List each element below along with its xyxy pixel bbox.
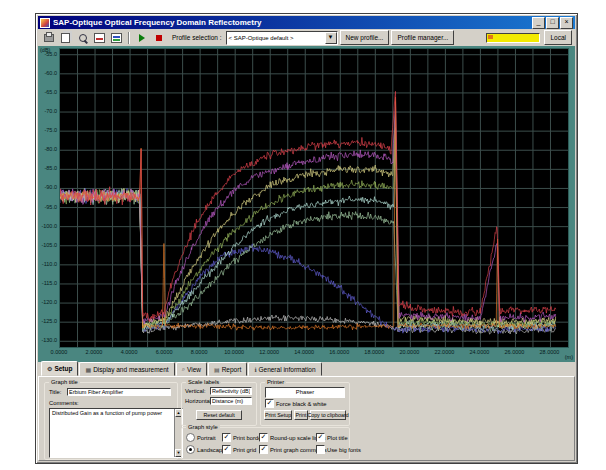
tab-label: Report	[222, 366, 242, 373]
table-icon: ▦	[85, 366, 91, 373]
start-acquisition-button[interactable]	[134, 31, 149, 45]
x-tick-label: 20.0000	[394, 349, 424, 355]
tab-display-and-measurement[interactable]: ▦Display and measurement	[79, 362, 174, 376]
checkbox-icon[interactable]	[259, 445, 268, 454]
tab-view[interactable]: ⌕View	[176, 362, 207, 376]
force-bw-checkbox-row[interactable]: Force black & white	[265, 399, 327, 408]
tab-setup[interactable]: ⚙Setup	[41, 361, 78, 376]
print-button[interactable]	[41, 31, 56, 45]
check-label: Print grid	[233, 447, 256, 453]
print-grid-checkbox-row[interactable]: Print grid	[222, 445, 256, 454]
x-axis-unit-label: (m)	[565, 354, 573, 360]
check-label: Use big fonts	[327, 447, 361, 453]
graph-title-input[interactable]	[67, 388, 171, 396]
checkbox-icon[interactable]	[222, 433, 231, 442]
x-tick-label: 18.0000	[359, 349, 389, 355]
x-tick-label: 4.0000	[114, 349, 144, 355]
zoom-button[interactable]	[75, 31, 90, 45]
checkbox-icon[interactable]	[316, 445, 325, 454]
checkbox-icon[interactable]	[265, 399, 274, 408]
profile-select[interactable]: < SAP-Optique default > ▼	[226, 31, 338, 45]
new-profile-button[interactable]: New profile...	[340, 30, 390, 45]
checkbox-icon[interactable]	[222, 445, 231, 454]
graph-style-group: Graph style Portrait Landscape Print bor…	[181, 427, 350, 460]
single-graph-button[interactable]	[92, 31, 107, 45]
app-icon	[40, 18, 50, 28]
reset-default-button[interactable]: Reset default	[196, 410, 242, 420]
chart-frame: (dB) -55.0-60.0-65.0-70.0-75.0-80.0-85.0…	[38, 46, 575, 362]
y-tick-label: -120.0	[38, 299, 57, 305]
title-bar[interactable]: SAP-Optique Optical Frequency Domain Ref…	[38, 16, 575, 29]
minimize-button[interactable]: _	[532, 17, 545, 29]
title-field-label: Title:	[49, 389, 61, 395]
radio-icon[interactable]	[186, 433, 195, 442]
y-tick-label: -105.0	[38, 242, 57, 248]
print-button[interactable]: Print	[294, 410, 308, 420]
multi-chart-icon	[111, 33, 122, 43]
play-icon	[139, 34, 145, 42]
copy-to-clipboard-button[interactable]: Copy to clipboard	[310, 410, 346, 420]
pump-level-1-trace	[60, 188, 556, 334]
chart-icon	[94, 33, 105, 43]
plot-area[interactable]	[59, 48, 569, 348]
tab-general-information[interactable]: ℹGeneral information	[248, 362, 321, 376]
maximize-button[interactable]: □	[546, 17, 559, 29]
toolbar: Profile selection : < SAP-Optique defaul…	[38, 29, 575, 47]
x-tick-label: 0.0000	[44, 349, 74, 355]
profile-manager-button[interactable]: Profile manager...	[391, 30, 454, 45]
checkbox-icon[interactable]	[316, 433, 325, 442]
tab-label: View	[187, 366, 201, 373]
x-tick-label: 6.0000	[149, 349, 179, 355]
y-tick-label: -115.0	[38, 280, 57, 286]
x-tick-label: 8.0000	[184, 349, 214, 355]
tab-label: Setup	[54, 365, 72, 372]
document-icon: ▤	[214, 366, 220, 373]
portrait-radio-row[interactable]: Portrait	[186, 433, 216, 442]
toolbar-separator	[128, 32, 130, 44]
y-tick-label: -55.0	[38, 51, 57, 57]
checkbox-icon[interactable]	[259, 433, 268, 442]
y-tick-label: -65.0	[38, 89, 57, 95]
close-button[interactable]: ×	[560, 17, 573, 29]
group-legend: Printer	[265, 379, 286, 386]
stop-icon	[156, 35, 162, 41]
y-tick-label: -80.0	[38, 146, 57, 152]
multi-graph-button[interactable]	[109, 31, 124, 45]
vertical-scale-input[interactable]	[210, 387, 252, 395]
x-tick-label: 22.0000	[429, 349, 459, 355]
profile-select-value: < SAP-Optique default >	[229, 35, 294, 41]
vertical-field-label: Vertical:	[185, 388, 206, 394]
group-legend: Scale labels	[186, 379, 221, 386]
pump-level-4-trace	[60, 134, 556, 329]
radio-icon[interactable]	[186, 445, 195, 454]
plot-title-checkbox-row[interactable]: Plot title	[316, 433, 348, 442]
y-tick-label: -75.0	[38, 127, 57, 133]
profile-selection-label: Profile selection :	[172, 34, 222, 41]
y-tick-label: -130.0	[38, 337, 57, 343]
y-tick-label: -100.0	[38, 223, 57, 229]
stop-acquisition-button[interactable]	[151, 31, 166, 45]
horizontal-scale-input[interactable]	[210, 397, 252, 405]
gear-icon: ⚙	[47, 365, 52, 372]
comments-field-label: Comments:	[49, 400, 79, 406]
pump-level-6-trace	[60, 101, 556, 324]
group-legend: Graph title	[49, 379, 80, 386]
acquisition-progress-bar	[486, 33, 540, 43]
y-tick-label: -70.0	[38, 108, 57, 114]
x-tick-label: 24.0000	[464, 349, 494, 355]
use-big-fonts-checkbox-row[interactable]: Use big fonts	[316, 445, 361, 454]
copy-button[interactable]	[58, 31, 73, 45]
chevron-down-icon[interactable]: ▼	[325, 32, 337, 44]
window-title: SAP-Optique Optical Frequency Domain Ref…	[53, 18, 532, 27]
print-setup-button[interactable]: Print Setup	[264, 410, 292, 420]
horizontal-field-label: Horizontal:	[185, 398, 213, 404]
portrait-label: Portrait	[197, 435, 216, 441]
landscape-radio-row[interactable]: Landscape	[186, 445, 225, 454]
scale-labels-group: Scale labels Vertical: Horizontal: Reset…	[181, 382, 257, 426]
print-border-checkbox-row[interactable]: Print border	[222, 433, 263, 442]
comments-text: Distributed Gain as a function of pump p…	[52, 410, 162, 416]
tab-report[interactable]: ▤Report	[208, 362, 247, 376]
comments-textarea[interactable]: Distributed Gain as a function of pump p…	[49, 408, 183, 458]
local-button[interactable]: Local	[544, 30, 572, 45]
check-label: Plot title	[327, 435, 348, 441]
